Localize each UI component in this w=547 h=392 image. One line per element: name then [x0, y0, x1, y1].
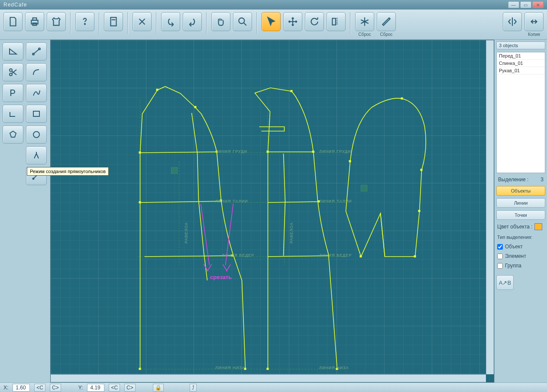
svg-rect-36 [139, 201, 141, 203]
svg-rect-46 [291, 90, 293, 92]
angle-tool[interactable] [3, 42, 23, 61]
app-title: RedCafe [3, 2, 27, 8]
color-swatch[interactable] [534, 223, 542, 230]
points-button[interactable]: Точки [496, 210, 545, 220]
svg-point-3 [84, 23, 85, 24]
circle-tool[interactable] [26, 125, 47, 144]
selection-count: 3 [541, 177, 544, 183]
svg-rect-38 [156, 89, 159, 91]
line-tool[interactable] [26, 42, 47, 61]
objects-count: 3 objects [496, 42, 545, 49]
zoom-button[interactable] [233, 12, 252, 31]
help-button[interactable] [75, 12, 94, 31]
waist-label-1: ЛИНИЯ ТАЛИИ [215, 199, 248, 203]
scrollbar-vertical[interactable] [486, 40, 494, 374]
y-value: 4.19 [87, 384, 104, 392]
split-v-button[interactable] [503, 12, 522, 31]
c-gt-y[interactable]: C> [124, 384, 136, 392]
svg-rect-55 [360, 255, 362, 257]
c-lt-y[interactable]: <C [109, 384, 120, 392]
delete-button[interactable] [133, 12, 152, 31]
balance-label-2: РАВЕЛОА [289, 222, 294, 243]
mirror-button[interactable] [327, 12, 346, 31]
x-value: 1.60 [13, 384, 30, 392]
svg-rect-57 [361, 185, 367, 191]
rect-tool[interactable] [26, 105, 47, 123]
color-label: Цвет объекта : [497, 224, 533, 230]
object-list[interactable]: Перед_01 Спинка_01 Рукав_01 [496, 52, 545, 173]
maximize-button[interactable]: ▭ [520, 1, 531, 8]
reset-ruler-button[interactable] [377, 12, 396, 31]
arc-tool[interactable] [26, 63, 47, 81]
cut-annotation: срезать [210, 274, 232, 280]
svg-rect-4 [111, 17, 117, 26]
selection-label: Выделение : [498, 177, 528, 183]
spline-tool[interactable] [26, 84, 47, 102]
canvas[interactable]: ЛИНИЯ ГРУДИ ЛИНИЯ ГРУДИ ЛИНИЯ ТАЛИИ ЛИНИ… [50, 40, 494, 382]
cut-tool[interactable] [3, 63, 23, 81]
waist-label-2: ЛИНИЯ ТАЛИИ [319, 199, 352, 203]
svg-point-25 [33, 178, 34, 180]
check-element[interactable]: Элемент [496, 253, 545, 260]
shape-tool[interactable] [3, 125, 23, 144]
corner-tool[interactable] [3, 105, 23, 123]
y-label: Y: [78, 385, 83, 391]
list-item[interactable]: Рукав_01 [497, 67, 545, 74]
svg-rect-54 [414, 255, 416, 257]
svg-rect-39 [194, 106, 197, 108]
c-gt-x[interactable]: C> [50, 384, 61, 392]
list-item[interactable]: Спинка_01 [497, 60, 545, 67]
chest-label-2: ЛИНИЯ ГРУДИ [319, 149, 351, 154]
rect-tooltip: Режим создания прямоугольников [27, 167, 109, 176]
lock-icon[interactable]: 🔒 [153, 384, 164, 392]
c-lt-x[interactable]: <C [34, 384, 45, 392]
svg-rect-37 [139, 151, 141, 154]
svg-rect-51 [349, 160, 351, 162]
svg-point-11 [239, 18, 244, 23]
compass-tool[interactable] [26, 146, 47, 164]
statusbar: X: 1.60 <C C> Y: 4.19 <C C> 🔒 ⤴ [0, 382, 547, 392]
hip-label-2: ЛИНИЯ БЕДЕР [319, 253, 352, 257]
svg-rect-56 [172, 167, 178, 174]
svg-rect-35 [139, 368, 141, 370]
undo-button[interactable] [161, 12, 180, 31]
svg-rect-52 [421, 169, 423, 171]
garment-button[interactable] [47, 12, 66, 31]
svg-rect-50 [401, 97, 403, 100]
reset-axes-button[interactable] [355, 12, 374, 31]
bottom-label-1: ЛИНИЯ НИЗА [215, 366, 245, 370]
redo-button[interactable] [183, 12, 202, 31]
new-file-button[interactable] [3, 12, 23, 31]
svg-rect-47 [312, 151, 314, 153]
reset2-label: Сброс [380, 32, 392, 37]
calculator-button[interactable] [104, 12, 123, 31]
close-button[interactable]: ✕ [532, 1, 544, 8]
list-item[interactable]: Перед_01 [497, 52, 545, 60]
snap-icon[interactable]: ⤴ [190, 384, 197, 392]
copy-label: Копия [528, 32, 540, 37]
ab-rename-button[interactable]: A↗B [496, 275, 514, 290]
check-group[interactable]: Группа [496, 262, 545, 269]
hip-label-1: ЛИНИЯ БЕДЕР [222, 253, 254, 257]
right-panel: 3 objects Перед_01 Спинка_01 Рукав_01 Вы… [494, 40, 547, 382]
scrollbar-horizontal[interactable] [51, 374, 486, 382]
objects-button[interactable]: Объекты [496, 186, 545, 196]
svg-rect-53 [418, 210, 421, 212]
check-object[interactable]: Объект [496, 243, 545, 250]
rotate-button[interactable] [305, 12, 324, 31]
bottom-label-2: ЛИНИЯ НИЗА [319, 366, 349, 370]
pan-button[interactable] [211, 12, 230, 31]
minimize-button[interactable]: — [508, 1, 519, 8]
x-label: X: [3, 385, 8, 391]
copy-button[interactable] [524, 12, 544, 31]
text-p-tool[interactable] [3, 84, 23, 102]
print-button[interactable] [25, 12, 44, 31]
select-button[interactable] [262, 12, 281, 31]
main-toolbar: Сброс Сброс Копия [0, 10, 547, 40]
svg-line-12 [244, 23, 246, 25]
selection-type-label: Тип выделения: [496, 234, 545, 241]
move-button[interactable] [283, 12, 302, 31]
svg-rect-13 [332, 18, 336, 25]
lines-button[interactable]: Линии [496, 198, 545, 208]
left-toolbar [0, 40, 50, 382]
